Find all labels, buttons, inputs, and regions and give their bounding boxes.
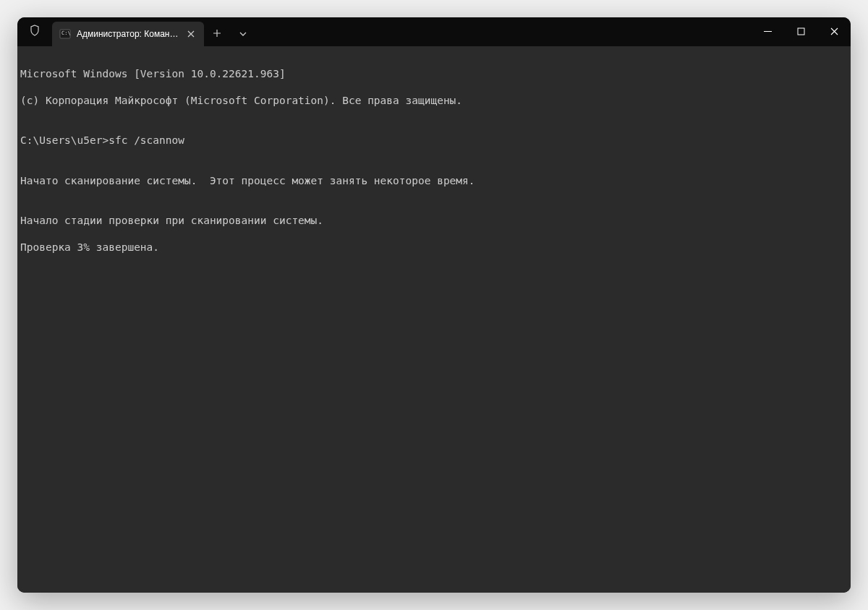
maximize-icon [797,25,805,38]
tab-close-button[interactable] [185,28,197,40]
titlebar[interactable]: C:\ Администратор: Командна [17,17,851,46]
new-tab-button[interactable] [204,22,230,46]
close-window-button[interactable] [817,17,851,46]
output-line: Проверка 3% завершена. [20,241,848,254]
output-line: (c) Корпорация Майкрософт (Microsoft Cor… [20,94,848,108]
titlebar-drag-area[interactable] [256,17,751,46]
tab-actions [204,22,256,46]
maximize-button[interactable] [784,17,817,46]
tab-title: Администратор: Командна [77,29,179,39]
output-line: Microsoft Windows [Version 10.0.22621.96… [20,67,848,81]
terminal-output[interactable]: Microsoft Windows [Version 10.0.22621.96… [17,46,851,593]
output-line: C:\Users\u5er>sfc /scannow [20,134,848,147]
shield-icon [29,25,41,39]
svg-text:C:\: C:\ [61,30,71,36]
window-controls [751,17,851,46]
terminal-window: C:\ Администратор: Командна [17,17,851,593]
close-icon [187,27,195,40]
admin-shield-area [17,17,52,46]
output-line: Начато сканирование системы. Этот процес… [20,174,848,188]
plus-icon [213,27,221,40]
close-icon [830,25,838,38]
tab-dropdown-button[interactable] [230,22,256,46]
output-line: Начало стадии проверки при сканировании … [20,214,848,228]
chevron-down-icon [239,27,247,40]
svg-rect-2 [798,28,804,35]
tab-command-prompt[interactable]: C:\ Администратор: Командна [52,22,204,46]
minimize-icon [764,25,772,38]
minimize-button[interactable] [751,17,784,46]
cmd-icon: C:\ [59,28,71,40]
